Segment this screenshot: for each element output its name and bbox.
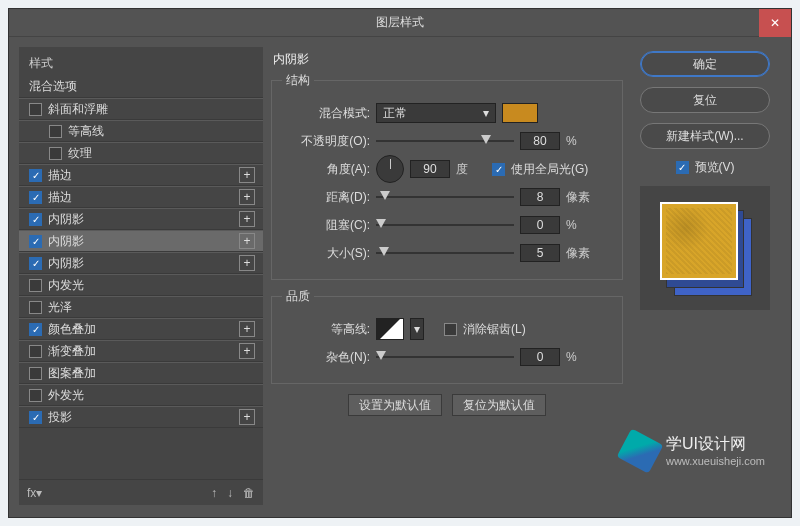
style-label: 渐变叠加	[48, 343, 96, 360]
choke-slider[interactable]	[376, 218, 514, 232]
style-checkbox[interactable]	[49, 125, 62, 138]
style-row[interactable]: ✓内阴影+	[19, 230, 263, 252]
move-up-icon[interactable]: ↑	[211, 486, 217, 500]
add-effect-button[interactable]: +	[239, 321, 255, 337]
contour-dropdown[interactable]: ▾	[410, 318, 424, 340]
make-default-button[interactable]: 设置为默认值	[348, 394, 442, 416]
chevron-down-icon: ▾	[483, 106, 489, 120]
style-checkbox[interactable]	[29, 367, 42, 380]
add-effect-button[interactable]: +	[239, 211, 255, 227]
add-effect-button[interactable]: +	[239, 343, 255, 359]
color-swatch[interactable]	[502, 103, 538, 123]
antialias-checkbox[interactable]	[444, 323, 457, 336]
settings-panel: 内阴影 结构 混合模式: 正常 ▾ 不透明度(O): 80 %	[267, 47, 627, 505]
preview-label: 预览(V)	[695, 159, 735, 176]
noise-slider[interactable]	[376, 350, 514, 364]
add-effect-button[interactable]: +	[239, 409, 255, 425]
style-checkbox[interactable]	[29, 103, 42, 116]
move-down-icon[interactable]: ↓	[227, 486, 233, 500]
ok-button[interactable]: 确定	[640, 51, 770, 77]
style-label: 图案叠加	[48, 365, 96, 382]
add-effect-button[interactable]: +	[239, 167, 255, 183]
choke-label: 阻塞(C):	[282, 217, 370, 234]
dialog-body: 样式 混合选项 斜面和浮雕等高线纹理✓描边+✓描边+✓内阴影+✓内阴影+✓内阴影…	[9, 37, 791, 517]
distance-input[interactable]: 8	[520, 188, 560, 206]
style-checkbox[interactable]: ✓	[29, 411, 42, 424]
style-checkbox[interactable]: ✓	[29, 257, 42, 270]
close-icon: ✕	[770, 16, 780, 30]
style-row[interactable]: ✓内阴影+	[19, 208, 263, 230]
section-title: 内阴影	[267, 47, 627, 70]
add-effect-button[interactable]: +	[239, 189, 255, 205]
add-effect-button[interactable]: +	[239, 255, 255, 271]
style-row[interactable]: 斜面和浮雕	[19, 98, 263, 120]
choke-unit: %	[566, 218, 596, 232]
opacity-label: 不透明度(O):	[282, 133, 370, 150]
quality-group: 品质 等高线: ▾ 消除锯齿(L) 杂色(N): 0 %	[271, 288, 623, 384]
layer-style-dialog: 图层样式 ✕ 样式 混合选项 斜面和浮雕等高线纹理✓描边+✓描边+✓内阴影+✓内…	[8, 8, 792, 518]
blend-mode-value: 正常	[383, 105, 407, 122]
style-row[interactable]: 等高线	[19, 120, 263, 142]
blend-mode-select[interactable]: 正常 ▾	[376, 103, 496, 123]
style-checkbox[interactable]: ✓	[29, 169, 42, 182]
style-label: 光泽	[48, 299, 72, 316]
structure-legend: 结构	[282, 72, 314, 89]
style-row[interactable]: 外发光	[19, 384, 263, 406]
noise-unit: %	[566, 350, 596, 364]
style-label: 投影	[48, 409, 72, 426]
opacity-unit: %	[566, 134, 596, 148]
blending-options-row[interactable]: 混合选项	[19, 76, 263, 98]
structure-group: 结构 混合模式: 正常 ▾ 不透明度(O): 80 % 角度(A):	[271, 72, 623, 280]
style-label: 内阴影	[48, 255, 84, 272]
reset-default-button[interactable]: 复位为默认值	[452, 394, 546, 416]
style-checkbox[interactable]	[49, 147, 62, 160]
angle-dial[interactable]	[376, 155, 404, 183]
style-checkbox[interactable]: ✓	[29, 213, 42, 226]
size-slider[interactable]	[376, 246, 514, 260]
style-label: 内阴影	[48, 233, 84, 250]
distance-slider[interactable]	[376, 190, 514, 204]
opacity-slider[interactable]	[376, 134, 514, 148]
style-row[interactable]: 光泽	[19, 296, 263, 318]
angle-label: 角度(A):	[282, 161, 370, 178]
trash-icon[interactable]: 🗑	[243, 486, 255, 500]
style-row[interactable]: ✓描边+	[19, 164, 263, 186]
contour-picker[interactable]	[376, 318, 404, 340]
style-checkbox[interactable]: ✓	[29, 235, 42, 248]
noise-label: 杂色(N):	[282, 349, 370, 366]
angle-input[interactable]: 90	[410, 160, 450, 178]
style-label: 内阴影	[48, 211, 84, 228]
preview-checkbox[interactable]: ✓	[676, 161, 689, 174]
styles-header: 样式	[19, 47, 263, 76]
angle-unit: 度	[456, 161, 486, 178]
styles-footer: fx▾ ↑ ↓ 🗑	[19, 479, 263, 505]
preview-layer-front	[660, 202, 738, 280]
style-row[interactable]: ✓投影+	[19, 406, 263, 428]
style-row[interactable]: ✓内阴影+	[19, 252, 263, 274]
style-checkbox[interactable]	[29, 279, 42, 292]
add-effect-button[interactable]: +	[239, 233, 255, 249]
fx-menu-icon[interactable]: fx▾	[27, 486, 42, 500]
titlebar: 图层样式 ✕	[9, 9, 791, 37]
dialog-title: 图层样式	[376, 14, 424, 31]
style-label: 等高线	[68, 123, 104, 140]
style-row[interactable]: 纹理	[19, 142, 263, 164]
style-row[interactable]: 渐变叠加+	[19, 340, 263, 362]
choke-input[interactable]: 0	[520, 216, 560, 234]
style-checkbox[interactable]	[29, 345, 42, 358]
close-button[interactable]: ✕	[759, 9, 791, 37]
new-style-button[interactable]: 新建样式(W)...	[640, 123, 770, 149]
style-checkbox[interactable]	[29, 301, 42, 314]
style-checkbox[interactable]: ✓	[29, 191, 42, 204]
noise-input[interactable]: 0	[520, 348, 560, 366]
style-row[interactable]: 内发光	[19, 274, 263, 296]
style-row[interactable]: 图案叠加	[19, 362, 263, 384]
style-checkbox[interactable]: ✓	[29, 323, 42, 336]
size-input[interactable]: 5	[520, 244, 560, 262]
style-row[interactable]: ✓颜色叠加+	[19, 318, 263, 340]
style-row[interactable]: ✓描边+	[19, 186, 263, 208]
global-light-checkbox[interactable]: ✓	[492, 163, 505, 176]
style-checkbox[interactable]	[29, 389, 42, 402]
opacity-input[interactable]: 80	[520, 132, 560, 150]
cancel-button[interactable]: 复位	[640, 87, 770, 113]
